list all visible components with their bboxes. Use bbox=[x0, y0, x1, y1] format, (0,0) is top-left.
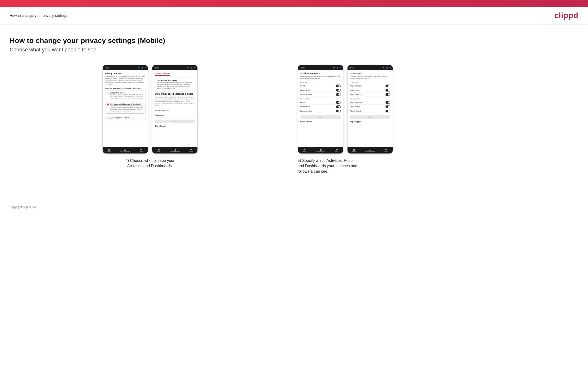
nav-bar-1: ‹ Back 🔍 👤 ⚙ bbox=[103, 65, 148, 70]
nav-menu-4[interactable]: Menu bbox=[385, 148, 388, 152]
radio-approved[interactable]: Only Approved Followers and Your Coach O… bbox=[105, 102, 146, 114]
chevron-left-icon-2: ‹ bbox=[154, 67, 155, 69]
chevron-left-icon: ‹ bbox=[105, 67, 105, 69]
radio-desc-approved: Only approved followers and coaches you … bbox=[110, 105, 144, 112]
nav-performance-4[interactable]: My Performance bbox=[365, 148, 375, 152]
nav-home-3[interactable]: Home bbox=[303, 148, 306, 152]
svg-rect-17 bbox=[321, 149, 321, 150]
follower-drills-label: Practice Drills bbox=[300, 106, 310, 108]
screenshot-group-right: ‹ Back 🔍 👤 ⚙ Activities and Posts Select… bbox=[298, 65, 579, 174]
coach-rounds-toggle[interactable] bbox=[336, 84, 341, 87]
back-button-1[interactable]: ‹ Back bbox=[105, 67, 109, 69]
search-icon-3[interactable]: 🔍 bbox=[333, 67, 335, 69]
save-button-4[interactable]: Save bbox=[350, 115, 390, 119]
people-icon-2[interactable]: 👤 bbox=[191, 67, 193, 69]
radio-everyone[interactable]: Everyone on Clippd Everyone on Clippd ca… bbox=[105, 91, 146, 100]
svg-marker-21 bbox=[353, 149, 355, 150]
follower-what-to-work-row: What To Work On bbox=[350, 109, 390, 113]
back-button-3[interactable]: ‹ Back bbox=[300, 67, 305, 69]
nav-icons-1: 🔍 👤 ⚙ bbox=[138, 67, 146, 69]
screenshot-pair-1: ‹ Back 🔍 👤 ⚙ Privacy Controls Control ho… bbox=[103, 65, 198, 154]
settings-icon[interactable]: ⚙ bbox=[145, 67, 146, 69]
save-button-3[interactable]: Save bbox=[300, 115, 341, 119]
chevron-left-icon-3: ‹ bbox=[300, 67, 300, 69]
settings-icon-2[interactable]: ⚙ bbox=[194, 67, 196, 69]
coaches-label-3: COACHES bbox=[300, 82, 341, 83]
follower-drills-toggle[interactable] bbox=[336, 105, 341, 108]
nav-performance-2[interactable]: My Performance bbox=[170, 148, 180, 152]
privacy-tab[interactable]: Privacy Controls bbox=[155, 72, 170, 76]
svg-rect-9 bbox=[175, 149, 175, 150]
people-icon-4[interactable]: 👤 bbox=[386, 67, 388, 69]
radio-circle-approved bbox=[107, 103, 109, 105]
svg-marker-7 bbox=[158, 149, 160, 150]
nav-performance-3[interactable]: My Performance bbox=[316, 148, 325, 152]
nav-home-1[interactable]: Home bbox=[107, 148, 111, 152]
coach-round-insights-row: Round Insights bbox=[350, 88, 390, 92]
coach-manual-row: Manual Activities bbox=[300, 92, 341, 97]
back-button-4[interactable]: ‹ Back bbox=[349, 67, 354, 69]
svg-rect-23 bbox=[370, 149, 370, 150]
search-icon-2[interactable]: 🔍 bbox=[187, 67, 190, 69]
followers-label-4: FOLLOWERS bbox=[350, 98, 390, 100]
nav-icons-3: 🔍 👤 ⚙ bbox=[333, 67, 341, 69]
arrow-right-icon-2: › bbox=[194, 114, 195, 116]
search-icon-4[interactable]: 🔍 bbox=[383, 67, 385, 69]
privacy-subsection: Who Can See Your Activities and Dashboar… bbox=[105, 88, 146, 89]
right-phones: ‹ Back 🔍 👤 ⚙ Activities and Posts Select… bbox=[298, 65, 393, 154]
chevron-left-icon-4: ‹ bbox=[349, 67, 350, 69]
follower-rounds-toggle[interactable] bbox=[336, 101, 341, 104]
follower-manual-toggle[interactable] bbox=[336, 110, 341, 112]
svg-rect-20 bbox=[336, 150, 338, 150]
svg-rect-5 bbox=[140, 149, 142, 149]
nav-home-2[interactable]: Home bbox=[157, 148, 161, 152]
coach-what-to-work-toggle[interactable] bbox=[386, 93, 390, 96]
settings-icon-4[interactable]: ⚙ bbox=[389, 67, 391, 69]
nav-bar-3: ‹ Back 🔍 👤 ⚙ bbox=[298, 65, 343, 70]
coach-manual-label: Manual Activities bbox=[300, 94, 312, 95]
nav-performance-1[interactable]: My Performance bbox=[121, 148, 130, 152]
phone-screen-3: ‹ Back 🔍 👤 ⚙ Activities and Posts Select… bbox=[298, 65, 343, 154]
menu-icon bbox=[140, 148, 143, 150]
follower-what-to-work-toggle[interactable] bbox=[386, 110, 390, 112]
logo: clippd bbox=[554, 11, 578, 20]
phone-screen-4: ‹ Back 🔍 👤 ⚙ Dashboards Select the dashb… bbox=[347, 65, 393, 154]
menu-icon-3 bbox=[335, 148, 338, 150]
svg-rect-2 bbox=[125, 149, 126, 150]
coach-drills-label: Practice Drills bbox=[300, 89, 310, 91]
screenshot-group-left: ‹ Back 🔍 👤 ⚙ Privacy Controls Control ho… bbox=[10, 65, 291, 169]
settings-icon-3[interactable]: ⚙ bbox=[340, 67, 341, 69]
radio-desc-everyone: Everyone on Clippd can search for you an… bbox=[110, 94, 144, 99]
coach-manual-toggle[interactable] bbox=[336, 93, 341, 96]
search-icon[interactable]: 🔍 bbox=[138, 67, 140, 69]
svg-marker-0 bbox=[108, 149, 110, 150]
dashboards-label: Dashboards bbox=[155, 114, 164, 116]
follower-round-insights-toggle[interactable] bbox=[386, 105, 390, 108]
people-icon[interactable]: 👤 bbox=[141, 67, 143, 69]
popup-title: Only You and Your Coach bbox=[157, 80, 193, 81]
svg-rect-10 bbox=[175, 149, 176, 150]
caption-step4: 4) Choose who can see your Activities an… bbox=[126, 158, 175, 169]
coach-player-dash-toggle[interactable] bbox=[386, 84, 390, 87]
dashboards-section-title: Dashboards bbox=[350, 72, 390, 75]
coach-round-insights-toggle[interactable] bbox=[386, 89, 390, 92]
nav-menu-2[interactable]: Menu bbox=[189, 148, 193, 152]
nav-home-4[interactable]: Home bbox=[352, 148, 356, 152]
radio-only-you[interactable]: Only You and Your Coach Only you and the… bbox=[105, 115, 146, 121]
coach-drills-toggle[interactable] bbox=[336, 89, 341, 92]
home-icon-2 bbox=[157, 148, 160, 150]
radio-label-only-you: Only You and Your Coach bbox=[110, 117, 137, 118]
save-button-2[interactable]: Save bbox=[155, 120, 195, 123]
follower-rounds-label: Rounds bbox=[300, 102, 306, 103]
home-label: Home bbox=[107, 151, 111, 152]
activities-posts-row[interactable]: Activities and Posts › bbox=[155, 108, 195, 113]
nav-menu-1[interactable]: Menu bbox=[140, 148, 143, 152]
people-icon-3[interactable]: 👤 bbox=[337, 67, 339, 69]
follower-player-dash-toggle[interactable] bbox=[386, 101, 390, 104]
back-button-2[interactable]: ‹ Back bbox=[154, 67, 159, 69]
help-support-2: Help & Support bbox=[155, 125, 195, 127]
nav-menu-3[interactable]: Menu bbox=[335, 148, 338, 152]
coach-what-to-work-row: What To Work On bbox=[350, 92, 390, 97]
follower-round-insights-label: Round Insights bbox=[350, 106, 360, 108]
dashboards-row[interactable]: Dashboards › bbox=[155, 113, 195, 118]
